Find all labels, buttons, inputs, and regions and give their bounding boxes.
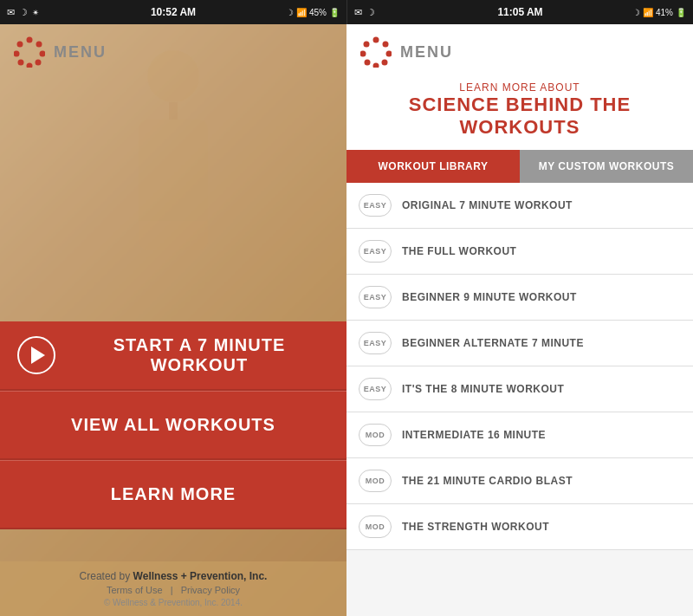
left-status-envelope-icon: ✉ [7,7,15,18]
svg-point-11 [382,60,388,66]
right-status-bar: ✉ ☽ 11:05 AM ☽ 📶 41% 🔋 [346,0,693,24]
workout-list-item[interactable]: MODINTERMEDIATE 16 MINUTE [346,412,693,458]
science-title: SCIENCE BEHIND THE WORKOUTS [360,94,679,139]
workout-name: BEGINNER 9 MINUTE WORKOUT [402,291,577,303]
footer-links: Terms of Use | Privacy Policy [0,585,346,595]
svg-point-8 [373,37,379,43]
workout-list: EASYORIGINAL 7 MINUTE WORKOUTEASYTHE FUL… [346,183,693,616]
main-content: MENU START A 7 MINUTE WORKOUT VIEW ALL W… [0,24,693,616]
start-workout-label: START A 7 MINUTE WORKOUT [69,335,329,375]
right-header: MENU [346,24,693,68]
workout-list-item[interactable]: EASYORIGINAL 7 MINUTE WORKOUT [346,183,693,229]
workout-name: THE FULL WORKOUT [402,245,516,257]
left-status-battery-icon: 🔋 [329,8,340,17]
left-panel: MENU START A 7 MINUTE WORKOUT VIEW ALL W… [0,24,346,616]
play-circle-icon [17,336,55,374]
footer-copyright: © Wellness & Prevention, Inc. 2014. [0,598,346,607]
workout-name: THE STRENGTH WORKOUT [402,521,549,533]
right-panel: MENU LEARN MORE ABOUT SCIENCE BEHIND THE… [346,24,693,616]
right-logo [360,36,392,68]
left-status-bar: ✉ ☽ ✴ 10:52 AM ☽ 📶 45% 🔋 [0,0,346,24]
view-all-workouts-button[interactable]: VIEW ALL WORKOUTS [0,391,346,460]
svg-point-0 [27,37,33,43]
svg-point-13 [365,60,371,66]
difficulty-badge: MOD [359,424,392,446]
workout-list-item[interactable]: EASYBEGINNER 9 MINUTE WORKOUT [346,275,693,321]
left-footer: Created by Wellness + Prevention, Inc. T… [0,561,346,616]
difficulty-badge: EASY [359,240,392,263]
play-triangle-icon [31,347,45,364]
workout-list-item[interactable]: EASYTHE FULL WORKOUT [346,229,693,275]
learn-more-label: LEARN MORE [111,484,236,504]
svg-point-4 [27,63,33,68]
status-bars: ✉ ☽ ✴ 10:52 AM ☽ 📶 45% 🔋 ✉ ☽ 11:05 AM ☽ … [0,0,693,24]
right-status-wifi-icon: 📶 [643,8,653,17]
left-menu-label: MENU [54,43,107,62]
tabs-row: WORKOUT LIBRARY MY CUSTOM WORKOUTS [346,150,693,183]
terms-link[interactable]: Terms of Use [107,585,163,595]
tab-workout-library[interactable]: WORKOUT LIBRARY [346,150,520,183]
right-menu-label: MENU [400,43,453,62]
svg-point-14 [360,51,366,57]
start-workout-button[interactable]: START A 7 MINUTE WORKOUT [0,321,346,391]
left-logo [14,36,45,68]
difficulty-badge: EASY [359,194,392,217]
svg-point-15 [364,42,370,48]
svg-point-1 [36,42,42,48]
tab-custom-workouts[interactable]: MY CUSTOM WORKOUTS [520,150,693,183]
svg-point-10 [386,51,392,57]
learn-more-section: LEARN MORE ABOUT SCIENCE BEHIND THE WORK… [346,68,693,150]
svg-point-6 [14,51,20,57]
right-status-envelope-icon: ✉ [354,7,362,18]
right-status-moon-icon: ☽ [366,7,375,18]
workout-name: BEGINNER ALTERNATE 7 MINUTE [402,337,584,349]
workout-name: IT'S THE 8 MINUTE WORKOUT [402,383,564,395]
workout-list-item[interactable]: EASYBEGINNER ALTERNATE 7 MINUTE [346,321,693,366]
workout-name: THE 21 MINUTE CARDIO BLAST [402,475,573,487]
left-header: MENU [0,24,346,80]
right-status-battery-label: 41% [656,8,673,17]
privacy-link[interactable]: Privacy Policy [181,585,240,595]
left-status-battery-label: 45% [309,8,327,17]
learn-more-button[interactable]: LEARN MORE [0,460,346,529]
workout-name: ORIGINAL 7 MINUTE WORKOUT [402,199,573,211]
svg-point-3 [36,60,42,66]
footer-created-by: Created by Wellness + Prevention, Inc. [0,570,346,582]
right-status-moon2-icon: ☽ [632,8,640,17]
difficulty-badge: EASY [359,332,392,354]
left-status-wifi-icon: 📶 [296,8,307,17]
workout-list-item[interactable]: MODTHE STRENGTH WORKOUT [346,504,693,550]
learn-more-about-label: LEARN MORE ABOUT [360,81,679,94]
left-status-time: 10:52 AM [151,6,196,18]
workout-list-item[interactable]: EASYIT'S THE 8 MINUTE WORKOUT [346,366,693,412]
difficulty-badge: MOD [359,470,392,492]
view-all-label: VIEW ALL WORKOUTS [71,415,275,435]
difficulty-badge: MOD [359,515,392,538]
svg-point-7 [17,42,23,48]
right-status-time: 11:05 AM [497,6,542,18]
svg-point-9 [383,42,389,48]
svg-point-2 [40,51,46,57]
workout-list-item[interactable]: MODTHE 21 MINUTE CARDIO BLAST [346,458,693,504]
left-buttons: START A 7 MINUTE WORKOUT VIEW ALL WORKOU… [0,321,346,529]
svg-point-5 [18,60,24,66]
workout-name: INTERMEDIATE 16 MINUTE [402,429,546,441]
left-status-bluetooth-icon: ✴ [32,8,39,17]
footer-pipe: | [171,585,173,595]
difficulty-badge: EASY [359,378,392,400]
left-status-moon-icon: ☽ [19,7,28,18]
left-status-moon2-icon: ☽ [286,8,294,17]
svg-point-12 [373,63,379,68]
difficulty-badge: EASY [359,286,392,308]
right-status-battery-icon: 🔋 [676,8,686,17]
